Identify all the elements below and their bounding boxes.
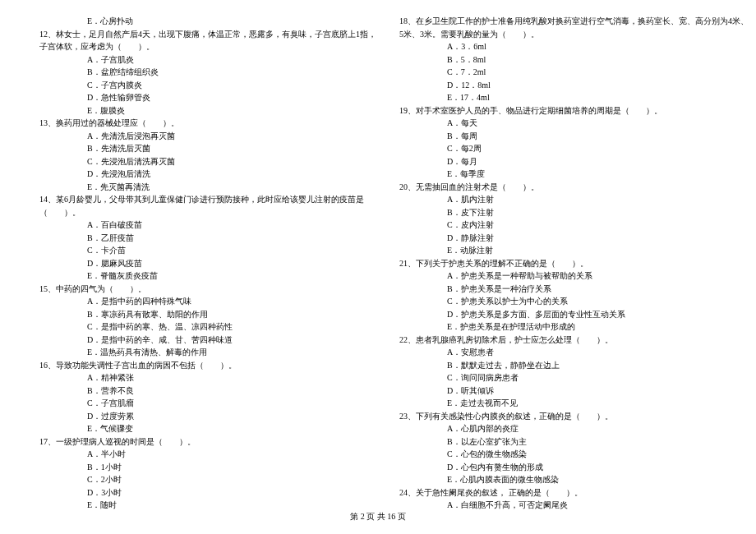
question-stem: 12、林女士，足月自然产后4天，出现下腹痛，体温正常，恶露多，有臭味，子宫底脐上… <box>39 28 376 41</box>
answer-option: D．先浸泡后清洗 <box>87 168 376 181</box>
answer-option: E．先灭菌再清洗 <box>87 181 376 194</box>
answer-option: A．精神紧张 <box>87 371 376 384</box>
answer-option: A．白细胞不升高，可否定阑尾炎 <box>447 499 749 512</box>
answer-option: A．3．6ml <box>447 40 749 53</box>
answer-option: C．子宫内膜炎 <box>87 79 376 92</box>
question-stem: 16、导致功能失调性子宫出血的病因不包括（ ）。 <box>39 359 376 372</box>
answer-option: B．以左心室扩张为主 <box>447 435 749 449</box>
question-stem: 23、下列有关感染性心内膜炎的叙述，正确的是（ ）。 <box>399 410 749 423</box>
answer-option: A．肌内注射 <box>447 193 749 206</box>
answer-option: B．寒凉药具有散寒、助阳的作用 <box>87 308 376 321</box>
answer-option: E．气候骤变 <box>87 422 376 435</box>
right-column: 18、在乡卫生院工作的护士准备用纯乳酸对换药室进行空气消毒，换药室长、宽、高分别… <box>399 15 749 512</box>
answer-option: C．皮内注射 <box>447 219 749 232</box>
answer-option: B．营养不良 <box>87 384 376 398</box>
answer-option: C．先浸泡后清洗再灭菌 <box>87 155 376 168</box>
answer-option: B．5．8ml <box>447 53 749 67</box>
answer-option: C．心包的微生物感染 <box>447 448 749 461</box>
answer-option: C．是指中药的寒、热、温、凉四种药性 <box>87 320 376 334</box>
answer-option: D．12．8ml <box>447 79 749 92</box>
answer-option: C．询问同病房患者 <box>447 371 749 384</box>
question-stem: 18、在乡卫生院工作的护士准备用纯乳酸对换药室进行空气消毒，换药室长、宽、高分别… <box>399 15 749 28</box>
answer-option: D．过度劳累 <box>87 410 376 423</box>
question-stem: 24、关于急性阑尾炎的叙述， 正确的是（ ）。 <box>399 486 749 499</box>
answer-option: E．每季度 <box>447 168 749 181</box>
answer-option: B．乙肝疫苗 <box>87 232 376 245</box>
answer-option: C．2小时 <box>87 473 376 486</box>
answer-option: A．安慰患者 <box>447 346 749 359</box>
answer-option: D．静脉注射 <box>447 232 749 245</box>
answer-option: A．护患关系是一种帮助与被帮助的关系 <box>447 269 749 283</box>
page-columns: E．心房扑动12、林女士，足月自然产后4天，出现下腹痛，体温正常，恶露多，有臭味… <box>39 15 717 512</box>
answer-option: C．卡介苗 <box>87 244 376 257</box>
question-stem: 22、患者乳腺癌乳房切除术后，护士应怎么处理（ ）。 <box>399 334 749 347</box>
answer-option: A．先清洗后浸泡再灭菌 <box>87 130 376 143</box>
answer-option: D．3小时 <box>87 486 376 499</box>
answer-option: D．腮麻风疫苗 <box>87 257 376 270</box>
answer-option: A．子宫肌炎 <box>87 53 376 67</box>
question-stem: 5米、3米。需要乳酸的量为（ ）。 <box>399 28 749 41</box>
question-stem: （ ）。 <box>39 206 376 219</box>
question-stem: 17、一级护理病人巡视的时间是（ ）。 <box>39 435 376 449</box>
answer-option: B．先清洗后灭菌 <box>87 142 376 155</box>
answer-option: E．动脉注射 <box>447 244 749 257</box>
answer-option: C．每2周 <box>447 142 749 155</box>
question-stem: 13、换药用过的器械处理应（ ）。 <box>39 117 376 130</box>
answer-option: A．每天 <box>447 117 749 130</box>
answer-option: B．皮下注射 <box>447 206 749 219</box>
question-stem: 14、某6月龄婴儿，父母带其到儿童保健门诊进行预防接种，此时应给该婴儿注射的疫苗… <box>39 193 376 206</box>
question-stem: 15、中药的四气为（ ）。 <box>39 283 376 296</box>
answer-option: E．脊髓灰质炎疫苗 <box>87 269 376 283</box>
answer-option: B．每周 <box>447 130 749 143</box>
answer-option: B．盆腔结缔组织炎 <box>87 66 376 79</box>
answer-option: E．心房扑动 <box>87 15 376 28</box>
answer-option: A．半小时 <box>87 448 376 461</box>
answer-option: D．急性输卵管炎 <box>87 91 376 104</box>
page-footer: 第 2 页 共 16 页 <box>0 511 756 522</box>
answer-option: B．护患关系是一种治疗关系 <box>447 283 749 296</box>
answer-option: D．是指中药的辛、咸、甘、苦四种味道 <box>87 334 376 347</box>
answer-option: C．子宫肌瘤 <box>87 397 376 410</box>
question-stem: 20、无需抽回血的注射术是（ ）。 <box>399 181 749 194</box>
question-stem: 19、对手术室医护人员的手、物品进行定期细菌培养的周期是（ ）。 <box>399 104 749 117</box>
answer-option: A．百白破疫苗 <box>87 219 376 232</box>
answer-option: E．腹膜炎 <box>87 104 376 117</box>
answer-option: D．护患关系是多方面、多层面的专业性互动关系 <box>447 308 749 321</box>
answer-option: C．护患关系以护士为中心的关系 <box>447 295 749 308</box>
answer-option: E．17．4ml <box>447 91 749 104</box>
answer-option: A．是指中药的四种特殊气味 <box>87 295 376 308</box>
question-stem: 21、下列关于护患关系的理解不正确的是（ ）。 <box>399 257 749 270</box>
answer-option: D．心包内有赘生物的形成 <box>447 461 749 474</box>
answer-option: D．听其倾诉 <box>447 384 749 398</box>
answer-option: E．随时 <box>87 499 376 512</box>
answer-option: A．心肌内部的炎症 <box>447 422 749 435</box>
answer-option: B．1小时 <box>87 461 376 474</box>
answer-option: E．温热药具有清热、解毒的作用 <box>87 346 376 359</box>
answer-option: E．护患关系是在护理活动中形成的 <box>447 320 749 334</box>
answer-option: D．每月 <box>447 155 749 168</box>
question-stem: 子宫体软，应考虑为（ ）。 <box>39 40 376 53</box>
answer-option: E．心肌内膜表面的微生物感染 <box>447 473 749 486</box>
answer-option: B．默默走过去，静静坐在边上 <box>447 359 749 372</box>
answer-option: C．7．2ml <box>447 66 749 79</box>
left-column: E．心房扑动12、林女士，足月自然产后4天，出现下腹痛，体温正常，恶露多，有臭味… <box>39 15 376 512</box>
answer-option: E．走过去视而不见 <box>447 397 749 410</box>
